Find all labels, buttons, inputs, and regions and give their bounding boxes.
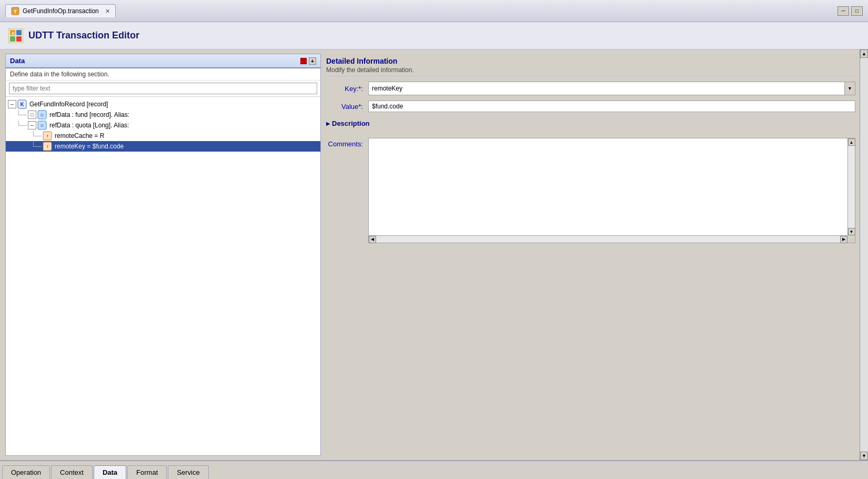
tree-node-remoteCache[interactable]: f remoteCache = R bbox=[6, 131, 320, 141]
tree-node-ref2[interactable]: ─ D refData : quota [Long]. Alias: bbox=[6, 120, 320, 131]
panel-plus-button[interactable]: + bbox=[309, 57, 316, 65]
tree-node-ref1[interactable]: □ D refData : fund [record]. Alias: bbox=[6, 109, 320, 120]
tab-icon: T bbox=[11, 7, 19, 15]
value-row: Value*: bbox=[326, 101, 855, 112]
tree-label-ref2: refData : quota [Long]. Alias: bbox=[48, 121, 130, 129]
description-section: ▶ Description bbox=[326, 117, 855, 129]
main-scrollbar: ▲ ▼ bbox=[860, 49, 868, 460]
right-panel-subtitle: Modify the detailed information. bbox=[326, 66, 855, 74]
tab-label: GetFundInfoOp.transaction bbox=[23, 7, 99, 15]
svg-text:D: D bbox=[41, 113, 44, 117]
title-bar-left: T GetFundInfoOp.transaction ✕ bbox=[5, 4, 116, 17]
svg-text:T: T bbox=[14, 9, 17, 14]
value-input[interactable] bbox=[368, 101, 855, 112]
scroll-track-v bbox=[848, 146, 855, 228]
tab-context[interactable]: Context bbox=[51, 465, 93, 479]
tab-service[interactable]: Service bbox=[168, 465, 208, 479]
tree-connector-rk bbox=[33, 142, 42, 147]
key-select-wrap: remoteKey ▼ bbox=[368, 82, 855, 95]
editor-title: UDTT Transaction Editor bbox=[28, 30, 139, 41]
tab-close-icon[interactable]: ✕ bbox=[105, 8, 110, 15]
tree-expander-ref1[interactable]: □ bbox=[28, 111, 36, 119]
svg-rect-4 bbox=[16, 30, 22, 35]
tab-format[interactable]: Format bbox=[127, 465, 167, 479]
scroll-track-h bbox=[376, 236, 840, 243]
value-label: Value*: bbox=[326, 103, 368, 111]
left-panel: Data + Define data in the following sect… bbox=[5, 54, 321, 456]
description-header[interactable]: ▶ Description bbox=[326, 117, 855, 129]
title-bar-controls: ─ □ bbox=[837, 6, 863, 16]
panel-red-button[interactable] bbox=[300, 58, 307, 64]
key-dropdown-button[interactable]: ▼ bbox=[844, 82, 855, 95]
scroll-right-btn[interactable]: ▶ bbox=[840, 236, 847, 243]
tree-label-ref1: refData : fund [record]. Alias: bbox=[48, 111, 131, 119]
filter-input-wrap bbox=[6, 81, 320, 97]
k-icon: K bbox=[17, 99, 27, 109]
comments-scrollbar-h: ◀ ▶ bbox=[369, 235, 847, 243]
tree-label-remoteKey: remoteKey = $fund.code bbox=[53, 142, 125, 151]
svg-rect-6 bbox=[16, 36, 22, 42]
field-icon-rk: f bbox=[43, 142, 52, 151]
content-with-scrollbar: Data + Define data in the following sect… bbox=[0, 49, 868, 460]
tree-connector-ref2 bbox=[18, 121, 27, 126]
comments-scrollbar-v: ▲ ▼ bbox=[847, 138, 855, 235]
editor-tab[interactable]: T GetFundInfoOp.transaction ✕ bbox=[5, 4, 116, 17]
tree-label-remoteCache: remoteCache = R bbox=[53, 132, 106, 140]
svg-text:K: K bbox=[12, 31, 15, 36]
panel-header: Data + bbox=[6, 54, 320, 68]
main-scroll-up[interactable]: ▲ bbox=[860, 49, 868, 58]
scroll-up-btn[interactable]: ▲ bbox=[848, 138, 855, 146]
refdata-icon-2: D bbox=[37, 121, 47, 130]
right-panel-header: Detailed Information Modify the detailed… bbox=[326, 54, 855, 76]
tab-data[interactable]: Data bbox=[94, 465, 126, 479]
key-label: Key:*: bbox=[326, 85, 368, 93]
minimize-button[interactable]: ─ bbox=[837, 6, 849, 16]
comments-area: Comments: ▲ ▼ ◀ ▶ bbox=[326, 138, 855, 243]
bottom-tabs: Operation Context Data Format Service bbox=[0, 460, 868, 479]
scroll-left-btn[interactable]: ◀ bbox=[369, 236, 376, 243]
panel-subtitle: Define data in the following section. bbox=[6, 68, 320, 81]
tab-area: T GetFundInfoOp.transaction ✕ bbox=[5, 4, 116, 17]
right-panel: Detailed Information Modify the detailed… bbox=[326, 54, 855, 456]
comments-textarea-wrap: ▲ ▼ ◀ ▶ bbox=[368, 138, 855, 243]
main-area: K UDTT Transaction Editor Data + Define … bbox=[0, 22, 868, 479]
scrollbar-corner bbox=[847, 235, 855, 243]
editor-header: K UDTT Transaction Editor bbox=[0, 22, 868, 49]
maximize-button[interactable]: □ bbox=[851, 6, 863, 16]
svg-rect-5 bbox=[10, 36, 15, 42]
key-row: Key:*: remoteKey ▼ bbox=[326, 82, 855, 95]
tree-connector-ref1 bbox=[18, 110, 27, 115]
tree-label-root: GetFundInfoRecord [record] bbox=[28, 100, 109, 108]
right-panel-title: Detailed Information bbox=[326, 57, 855, 65]
tree-area: ─ K GetFundInfoRecord [record] □ bbox=[6, 97, 320, 455]
field-icon-rc: f bbox=[43, 131, 52, 141]
udtt-icon: K bbox=[8, 28, 23, 43]
content-area: Data + Define data in the following sect… bbox=[0, 49, 860, 460]
svg-text:D: D bbox=[41, 123, 44, 128]
tree-expander-root[interactable]: ─ bbox=[8, 100, 16, 108]
tree-node-root[interactable]: ─ K GetFundInfoRecord [record] bbox=[6, 99, 320, 109]
description-arrow: ▶ bbox=[326, 121, 330, 126]
tab-operation[interactable]: Operation bbox=[2, 465, 50, 479]
tree-node-remoteKey[interactable]: f remoteKey = $fund.code bbox=[6, 141, 320, 152]
scroll-down-btn[interactable]: ▼ bbox=[848, 228, 855, 235]
comments-label: Comments: bbox=[326, 138, 368, 148]
filter-input[interactable] bbox=[9, 83, 317, 94]
title-bar: T GetFundInfoOp.transaction ✕ ─ □ bbox=[0, 0, 868, 22]
tree-expander-ref2[interactable]: ─ bbox=[28, 121, 36, 129]
key-value: remoteKey bbox=[369, 83, 844, 94]
main-scroll-track bbox=[860, 58, 868, 452]
main-scroll-down[interactable]: ▼ bbox=[860, 452, 868, 460]
panel-title: Data bbox=[10, 57, 25, 65]
svg-text:K: K bbox=[20, 102, 24, 107]
tree-connector-rc bbox=[33, 131, 42, 136]
panel-header-controls: + bbox=[300, 57, 316, 65]
comments-textarea[interactable] bbox=[369, 138, 847, 243]
refdata-icon-1: D bbox=[37, 110, 47, 119]
description-label: Description bbox=[332, 119, 370, 127]
